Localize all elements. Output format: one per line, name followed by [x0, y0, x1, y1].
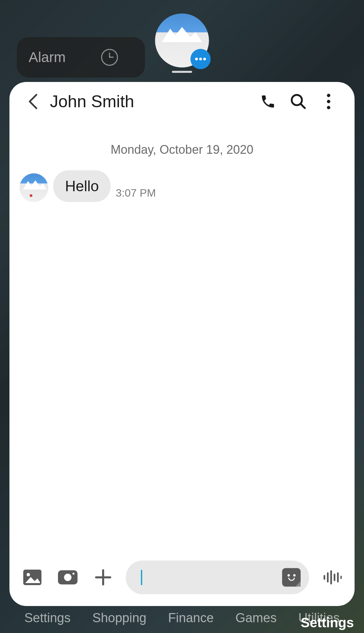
mountain-icon — [158, 25, 206, 42]
back-button[interactable] — [23, 91, 43, 112]
message-bubble[interactable]: Hello — [53, 170, 111, 202]
camera-button[interactable] — [55, 565, 80, 590]
chat-header: John Smith — [9, 82, 355, 122]
folder-finance: Finance — [168, 611, 214, 625]
chat-bubble-head[interactable] — [155, 13, 209, 67]
date-header: Monday, October 19, 2020 — [9, 143, 355, 157]
more-vert-icon — [327, 93, 331, 110]
alarm-widget-label: Alarm — [29, 49, 66, 65]
mountain-icon — [21, 179, 47, 190]
svg-line-1 — [300, 104, 305, 108]
svg-rect-13 — [327, 572, 329, 582]
svg-point-8 — [64, 574, 71, 581]
chat-window: John Smith Monday, October 19, 2020 — [9, 82, 355, 606]
svg-point-3 — [327, 100, 330, 103]
more-options-button[interactable] — [316, 89, 341, 114]
alarm-widget: Alarm — [17, 37, 145, 78]
contact-name[interactable]: John Smith — [50, 92, 250, 111]
message-input[interactable] — [126, 560, 309, 594]
chevron-left-icon — [28, 93, 38, 110]
folder-games: Games — [235, 611, 276, 625]
add-button[interactable] — [90, 565, 116, 590]
sticker-button[interactable] — [282, 568, 301, 587]
folder-shopping: Shopping — [92, 611, 147, 625]
text-cursor — [141, 570, 142, 585]
call-button[interactable] — [255, 89, 280, 114]
audio-wave-icon — [322, 570, 342, 585]
clock-icon — [101, 49, 118, 66]
gallery-button[interactable] — [20, 565, 45, 590]
phone-icon — [260, 93, 276, 110]
image-icon — [23, 569, 42, 586]
input-toolbar — [9, 552, 355, 606]
folder-settings: Settings — [24, 611, 70, 625]
messages-app-badge — [190, 49, 211, 69]
svg-point-9 — [72, 573, 74, 575]
search-icon — [290, 93, 307, 110]
svg-rect-12 — [324, 575, 325, 580]
svg-point-2 — [327, 94, 330, 97]
svg-point-6 — [27, 573, 30, 576]
settings-overlay-label: Settings — [301, 615, 354, 630]
voice-button[interactable] — [319, 565, 344, 590]
svg-point-4 — [327, 106, 330, 109]
camera-icon — [57, 570, 78, 585]
message-timestamp: 3:07 PM — [116, 187, 156, 202]
message-row: Hello 3:07 PM — [9, 170, 355, 202]
search-button[interactable] — [285, 89, 311, 114]
svg-rect-16 — [337, 572, 339, 582]
sender-avatar[interactable] — [20, 173, 48, 202]
svg-rect-15 — [334, 574, 335, 581]
plus-icon — [95, 569, 112, 586]
svg-rect-17 — [340, 576, 342, 579]
svg-rect-14 — [330, 570, 332, 584]
bubble-drag-handle[interactable] — [172, 71, 192, 73]
